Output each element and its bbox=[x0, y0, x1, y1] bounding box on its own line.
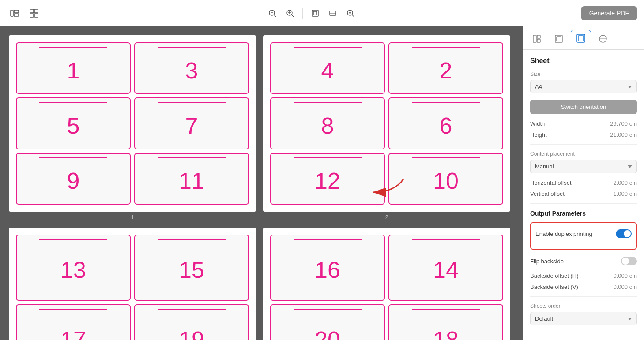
page-label-1: 1 bbox=[131, 214, 134, 220]
svg-rect-1 bbox=[14, 10, 19, 13]
fit-page-button[interactable] bbox=[308, 6, 322, 20]
divider-1 bbox=[530, 144, 637, 145]
content-tab-icon bbox=[576, 34, 585, 43]
svg-rect-0 bbox=[11, 10, 13, 16]
card-number-19: 19 bbox=[179, 326, 204, 340]
vertical-offset-value: 1.000 cm bbox=[613, 191, 637, 197]
svg-rect-3 bbox=[30, 9, 34, 13]
card-7: 7 bbox=[134, 97, 249, 149]
card-8: 8 bbox=[270, 97, 385, 149]
content-placement-select[interactable]: Manual Auto Center bbox=[530, 160, 637, 173]
sheets-order-select[interactable]: Default Reversed bbox=[530, 312, 637, 325]
backside-h-label: Backside offset (H) bbox=[530, 273, 579, 279]
toolbar-divider bbox=[302, 8, 303, 19]
horizontal-offset-label: Horizontal offset bbox=[530, 179, 572, 186]
toolbar: Generate PDF bbox=[0, 0, 644, 26]
toolbar-right: Generate PDF bbox=[581, 6, 637, 20]
layout-tab-icon bbox=[532, 34, 541, 43]
page-2: 4 2 8 6 12 10 bbox=[263, 35, 510, 212]
switch-orientation-button[interactable]: Switch orientation bbox=[530, 100, 637, 114]
zoom-100-icon bbox=[346, 9, 355, 18]
divider-4 bbox=[530, 338, 637, 338]
card-number-3: 3 bbox=[185, 57, 198, 84]
backside-v-value: 0.000 cm bbox=[613, 284, 637, 290]
grid-view-button[interactable] bbox=[26, 6, 41, 21]
size-select[interactable]: A4 A3 Letter bbox=[530, 80, 637, 93]
backside-v-row: Backside offset (V) 0.000 cm bbox=[530, 284, 637, 290]
pages-row-2: 13 15 17 19 3 16 14 20 18 4 bbox=[9, 228, 514, 340]
card-number-1: 1 bbox=[67, 57, 80, 84]
card-10: 10 bbox=[388, 153, 503, 205]
card-number-15: 15 bbox=[179, 257, 204, 283]
pages-row-1: 1 3 5 7 9 11 1 4 2 8 6 12 10 bbox=[9, 35, 514, 220]
card-11: 11 bbox=[134, 153, 249, 205]
fit-page-icon bbox=[311, 9, 320, 18]
tab-content[interactable] bbox=[571, 30, 591, 49]
svg-line-13 bbox=[292, 15, 294, 17]
card-6: 6 bbox=[388, 97, 503, 149]
vertical-offset-row: Vertical offset 1.000 cm bbox=[530, 191, 637, 197]
card-18: 18 bbox=[388, 304, 503, 340]
tab-marks[interactable] bbox=[593, 30, 613, 49]
page-wrapper-3: 13 15 17 19 3 bbox=[9, 228, 256, 340]
card-number-5: 5 bbox=[67, 112, 80, 139]
width-label: Width bbox=[530, 120, 545, 127]
tab-layout[interactable] bbox=[527, 30, 547, 49]
zoom-out-button[interactable] bbox=[265, 6, 279, 20]
svg-rect-4 bbox=[34, 9, 38, 13]
fit-width-icon bbox=[328, 9, 337, 18]
layout-view-button[interactable] bbox=[7, 6, 22, 21]
svg-rect-22 bbox=[533, 35, 536, 42]
card-17: 17 bbox=[16, 304, 131, 340]
svg-rect-23 bbox=[537, 35, 540, 38]
vertical-offset-label: Vertical offset bbox=[530, 191, 565, 197]
zoom-100-button[interactable] bbox=[343, 6, 358, 20]
flip-backside-toggle[interactable] bbox=[621, 257, 637, 265]
card-5: 5 bbox=[16, 97, 131, 149]
card-number-16: 16 bbox=[315, 257, 340, 283]
tab-sheet[interactable] bbox=[549, 30, 569, 49]
card-2: 2 bbox=[388, 42, 503, 94]
backside-v-label: Backside offset (V) bbox=[530, 284, 578, 290]
card-number-18: 18 bbox=[433, 326, 459, 340]
card-20: 20 bbox=[270, 304, 385, 340]
enable-duplex-row: Enable duplex printing bbox=[535, 227, 632, 241]
page-wrapper-1: 1 3 5 7 9 11 1 bbox=[9, 35, 256, 220]
page-1: 1 3 5 7 9 11 bbox=[9, 35, 256, 212]
right-panel: Sheet Size A4 A3 Letter Switch orientati… bbox=[523, 26, 644, 340]
layout-icon bbox=[10, 8, 19, 18]
card-number-7: 7 bbox=[185, 112, 198, 139]
svg-rect-15 bbox=[313, 11, 317, 15]
size-label: Size bbox=[530, 71, 637, 77]
card-1: 1 bbox=[16, 42, 131, 94]
card-number-20: 20 bbox=[315, 326, 340, 340]
card-number-12: 12 bbox=[315, 168, 340, 194]
generate-pdf-button[interactable]: Generate PDF bbox=[581, 6, 637, 20]
enable-duplex-toggle[interactable] bbox=[616, 229, 632, 238]
svg-rect-26 bbox=[557, 37, 561, 41]
zoom-out-icon bbox=[268, 9, 277, 18]
page-label-2: 2 bbox=[385, 214, 388, 220]
panel-tabs bbox=[523, 26, 644, 50]
flip-backside-label: Flip backside bbox=[530, 258, 564, 265]
page-wrapper-4: 16 14 20 18 4 bbox=[263, 228, 510, 340]
enable-duplex-label: Enable duplex printing bbox=[535, 231, 592, 237]
card-13: 13 bbox=[16, 235, 131, 301]
card-number-14: 14 bbox=[433, 257, 459, 283]
card-16: 16 bbox=[270, 235, 385, 301]
fit-width-button[interactable] bbox=[326, 6, 340, 20]
svg-rect-28 bbox=[578, 36, 584, 41]
zoom-in-button[interactable] bbox=[283, 6, 297, 20]
card-19: 19 bbox=[134, 304, 249, 340]
svg-rect-6 bbox=[34, 14, 38, 17]
divider-2 bbox=[530, 203, 637, 204]
sheets-order-label: Sheets order bbox=[530, 303, 637, 309]
canvas-area: 1 3 5 7 9 11 1 4 2 8 6 12 10 bbox=[0, 26, 523, 340]
card-number-4: 4 bbox=[321, 57, 334, 84]
height-label: Height bbox=[530, 131, 547, 138]
svg-rect-2 bbox=[14, 14, 19, 16]
toolbar-center bbox=[47, 6, 576, 20]
horizontal-offset-value: 2.000 cm bbox=[613, 179, 637, 186]
zoom-in-icon bbox=[286, 9, 294, 18]
card-15: 15 bbox=[134, 235, 249, 301]
